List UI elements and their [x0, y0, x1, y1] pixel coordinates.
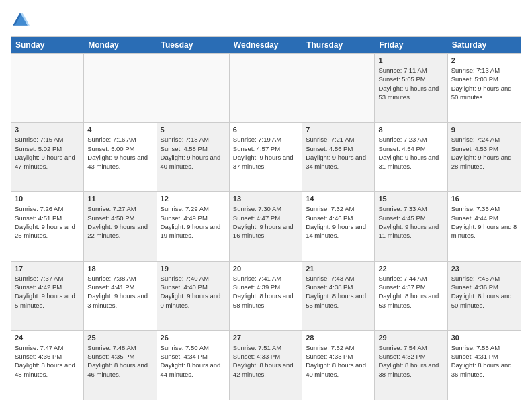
- calendar-cell: [84, 54, 157, 122]
- day-number: 20: [233, 265, 298, 273]
- calendar-cell: 20Sunrise: 7:41 AM Sunset: 4:39 PM Dayli…: [230, 262, 302, 330]
- day-info: Sunrise: 7:48 AM Sunset: 4:35 PM Dayligh…: [87, 343, 152, 379]
- logo: [11, 11, 32, 30]
- day-info: Sunrise: 7:43 AM Sunset: 4:38 PM Dayligh…: [306, 274, 371, 310]
- calendar-cell: 6Sunrise: 7:19 AM Sunset: 4:57 PM Daylig…: [230, 123, 302, 191]
- calendar-cell: [230, 54, 302, 122]
- weekday-header: Wednesday: [230, 37, 302, 53]
- day-info: Sunrise: 7:26 AM Sunset: 4:51 PM Dayligh…: [15, 204, 80, 240]
- calendar-cell: 15Sunrise: 7:33 AM Sunset: 4:45 PM Dayli…: [375, 192, 447, 261]
- day-info: Sunrise: 7:21 AM Sunset: 4:56 PM Dayligh…: [306, 135, 371, 171]
- day-info: Sunrise: 7:16 AM Sunset: 5:00 PM Dayligh…: [87, 135, 152, 171]
- weekday-header: Sunday: [11, 37, 84, 53]
- day-number: 30: [451, 334, 517, 342]
- calendar-cell: 14Sunrise: 7:32 AM Sunset: 4:46 PM Dayli…: [302, 192, 375, 261]
- day-number: 11: [87, 195, 152, 203]
- calendar-cell: 25Sunrise: 7:48 AM Sunset: 4:35 PM Dayli…: [84, 331, 157, 400]
- calendar-cell: 12Sunrise: 7:29 AM Sunset: 4:49 PM Dayli…: [157, 192, 230, 261]
- calendar-cell: 16Sunrise: 7:35 AM Sunset: 4:44 PM Dayli…: [448, 192, 521, 261]
- day-number: 21: [306, 265, 371, 273]
- calendar-row: 10Sunrise: 7:26 AM Sunset: 4:51 PM Dayli…: [11, 191, 521, 261]
- day-info: Sunrise: 7:41 AM Sunset: 4:39 PM Dayligh…: [233, 274, 298, 310]
- calendar-cell: 29Sunrise: 7:54 AM Sunset: 4:32 PM Dayli…: [375, 331, 447, 400]
- calendar-cell: 11Sunrise: 7:27 AM Sunset: 4:50 PM Dayli…: [84, 192, 157, 261]
- day-number: 1: [378, 56, 443, 64]
- day-info: Sunrise: 7:47 AM Sunset: 4:36 PM Dayligh…: [15, 343, 80, 379]
- calendar-cell: 2Sunrise: 7:13 AM Sunset: 5:03 PM Daylig…: [448, 54, 521, 122]
- day-info: Sunrise: 7:13 AM Sunset: 5:03 PM Dayligh…: [451, 66, 517, 101]
- calendar-cell: 30Sunrise: 7:55 AM Sunset: 4:31 PM Dayli…: [448, 331, 521, 400]
- calendar: SundayMondayTuesdayWednesdayThursdayFrid…: [11, 36, 521, 400]
- day-info: Sunrise: 7:24 AM Sunset: 4:53 PM Dayligh…: [451, 135, 517, 171]
- day-info: Sunrise: 7:44 AM Sunset: 4:37 PM Dayligh…: [378, 274, 443, 310]
- day-info: Sunrise: 7:52 AM Sunset: 4:33 PM Dayligh…: [306, 343, 371, 379]
- calendar-cell: 10Sunrise: 7:26 AM Sunset: 4:51 PM Dayli…: [11, 192, 84, 261]
- calendar-cell: 21Sunrise: 7:43 AM Sunset: 4:38 PM Dayli…: [302, 262, 375, 330]
- calendar-cell: 28Sunrise: 7:52 AM Sunset: 4:33 PM Dayli…: [302, 331, 375, 400]
- calendar-cell: 17Sunrise: 7:37 AM Sunset: 4:42 PM Dayli…: [11, 262, 84, 330]
- header: [11, 11, 521, 30]
- calendar-header: SundayMondayTuesdayWednesdayThursdayFrid…: [11, 37, 521, 53]
- day-number: 29: [378, 334, 443, 342]
- day-number: 18: [87, 265, 152, 273]
- day-info: Sunrise: 7:35 AM Sunset: 4:44 PM Dayligh…: [451, 204, 517, 240]
- calendar-cell: 7Sunrise: 7:21 AM Sunset: 4:56 PM Daylig…: [302, 123, 375, 191]
- logo-icon: [11, 11, 30, 30]
- calendar-cell: [157, 54, 230, 122]
- day-number: 3: [15, 126, 80, 134]
- calendar-cell: 22Sunrise: 7:44 AM Sunset: 4:37 PM Dayli…: [375, 262, 447, 330]
- calendar-row: 3Sunrise: 7:15 AM Sunset: 5:02 PM Daylig…: [11, 122, 521, 191]
- day-info: Sunrise: 7:11 AM Sunset: 5:05 PM Dayligh…: [378, 66, 443, 101]
- calendar-cell: 24Sunrise: 7:47 AM Sunset: 4:36 PM Dayli…: [11, 331, 84, 400]
- weekday-header: Thursday: [302, 37, 375, 53]
- day-number: 23: [451, 265, 517, 273]
- day-info: Sunrise: 7:51 AM Sunset: 4:33 PM Dayligh…: [233, 343, 298, 379]
- day-number: 19: [161, 265, 226, 273]
- day-info: Sunrise: 7:19 AM Sunset: 4:57 PM Dayligh…: [233, 135, 298, 171]
- day-info: Sunrise: 7:55 AM Sunset: 4:31 PM Dayligh…: [451, 343, 517, 379]
- calendar-row: 17Sunrise: 7:37 AM Sunset: 4:42 PM Dayli…: [11, 261, 521, 330]
- weekday-header: Friday: [375, 37, 447, 53]
- day-info: Sunrise: 7:37 AM Sunset: 4:42 PM Dayligh…: [15, 274, 80, 310]
- day-number: 26: [161, 334, 226, 342]
- calendar-row: 24Sunrise: 7:47 AM Sunset: 4:36 PM Dayli…: [11, 330, 521, 400]
- calendar-cell: 3Sunrise: 7:15 AM Sunset: 5:02 PM Daylig…: [11, 123, 84, 191]
- calendar-cell: 1Sunrise: 7:11 AM Sunset: 5:05 PM Daylig…: [375, 54, 447, 122]
- day-number: 10: [15, 195, 80, 203]
- weekday-header: Tuesday: [157, 37, 230, 53]
- day-number: 2: [451, 56, 517, 64]
- day-number: 12: [161, 195, 226, 203]
- day-info: Sunrise: 7:27 AM Sunset: 4:50 PM Dayligh…: [87, 204, 152, 240]
- day-number: 28: [306, 334, 371, 342]
- calendar-body: 1Sunrise: 7:11 AM Sunset: 5:05 PM Daylig…: [11, 53, 521, 400]
- weekday-header: Monday: [84, 37, 157, 53]
- calendar-cell: 13Sunrise: 7:30 AM Sunset: 4:47 PM Dayli…: [230, 192, 302, 261]
- day-number: 5: [161, 126, 226, 134]
- day-number: 14: [306, 195, 371, 203]
- day-info: Sunrise: 7:23 AM Sunset: 4:54 PM Dayligh…: [378, 135, 443, 171]
- day-number: 17: [15, 265, 80, 273]
- day-info: Sunrise: 7:45 AM Sunset: 4:36 PM Dayligh…: [451, 274, 517, 310]
- day-info: Sunrise: 7:33 AM Sunset: 4:45 PM Dayligh…: [378, 204, 443, 240]
- calendar-cell: 27Sunrise: 7:51 AM Sunset: 4:33 PM Dayli…: [230, 331, 302, 400]
- calendar-cell: 8Sunrise: 7:23 AM Sunset: 4:54 PM Daylig…: [375, 123, 447, 191]
- calendar-cell: 26Sunrise: 7:50 AM Sunset: 4:34 PM Dayli…: [157, 331, 230, 400]
- day-number: 6: [233, 126, 298, 134]
- day-number: 24: [15, 334, 80, 342]
- day-number: 25: [87, 334, 152, 342]
- calendar-cell: 5Sunrise: 7:18 AM Sunset: 4:58 PM Daylig…: [157, 123, 230, 191]
- calendar-cell: 23Sunrise: 7:45 AM Sunset: 4:36 PM Dayli…: [448, 262, 521, 330]
- calendar-cell: 4Sunrise: 7:16 AM Sunset: 5:00 PM Daylig…: [84, 123, 157, 191]
- day-info: Sunrise: 7:50 AM Sunset: 4:34 PM Dayligh…: [161, 343, 226, 379]
- day-info: Sunrise: 7:29 AM Sunset: 4:49 PM Dayligh…: [161, 204, 226, 240]
- calendar-cell: [11, 54, 84, 122]
- day-number: 22: [378, 265, 443, 273]
- day-number: 16: [451, 195, 517, 203]
- weekday-header: Saturday: [448, 37, 521, 53]
- day-info: Sunrise: 7:15 AM Sunset: 5:02 PM Dayligh…: [15, 135, 80, 171]
- day-info: Sunrise: 7:40 AM Sunset: 4:40 PM Dayligh…: [161, 274, 226, 310]
- day-number: 7: [306, 126, 371, 134]
- day-number: 4: [87, 126, 152, 134]
- calendar-cell: [302, 54, 375, 122]
- day-number: 9: [451, 126, 517, 134]
